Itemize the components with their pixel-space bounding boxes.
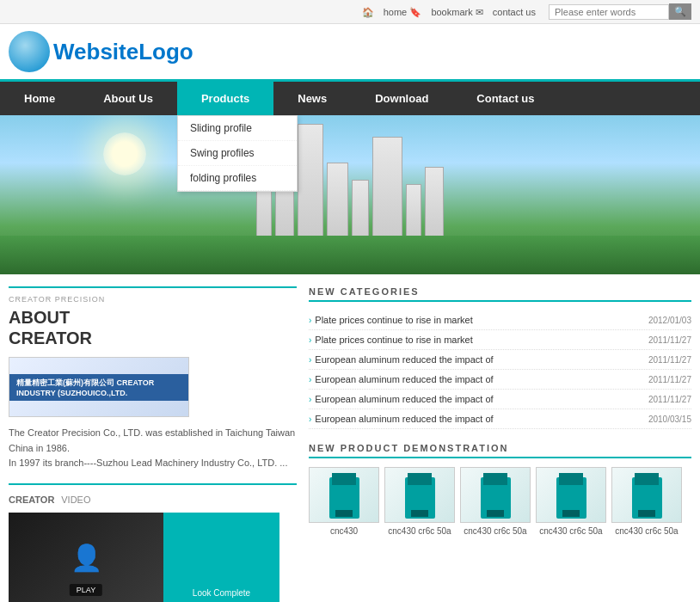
top-contact-link[interactable]: contact us [493, 7, 536, 17]
dropdown-link-sliding[interactable]: Sliding profile [178, 116, 297, 141]
dropdown-item-folding[interactable]: folding profiles [178, 166, 297, 191]
about-title: ABOUT CREATOR [9, 307, 297, 348]
search-input[interactable] [549, 4, 669, 20]
news-item-left: › European aluminum reduced the impact o… [309, 354, 494, 365]
news-arrow-icon: › [309, 335, 311, 345]
play-button[interactable]: PLAY [70, 584, 102, 596]
nav-link-contact[interactable]: Contact us [452, 82, 558, 115]
product-image [536, 467, 606, 523]
news-item[interactable]: › European aluminum reduced the impact o… [309, 350, 691, 370]
product-item[interactable]: cnc430 cr6c 50a [384, 467, 455, 536]
dropdown-item-sliding[interactable]: Sliding profile [178, 116, 297, 141]
product-label: cnc430 cr6c 50a [611, 526, 682, 536]
about-section: CREATOR PRECISION ABOUT CREATOR 精量精密工業(蘇… [9, 286, 297, 471]
bookmark-icon: 🔖 [409, 7, 421, 17]
news-list: › Plate prices continue to rise in marke… [309, 310, 691, 429]
about-image: 精量精密工業(蘇州)有限公司 CREATOR INDUSTRY (SUZHOUI… [9, 357, 189, 417]
news-arrow-icon: › [309, 415, 311, 424]
video-right-panel: Look Complete [163, 513, 279, 602]
nav-link-about[interactable]: About Us [79, 82, 177, 115]
product-image [309, 467, 379, 523]
nav-item-products[interactable]: Products Sliding profile Swing profiles … [177, 82, 273, 115]
dropdown-item-swing[interactable]: Swing profiles [178, 141, 297, 166]
news-item-left: › Plate prices continue to rise in marke… [309, 315, 473, 325]
logo-logo: Logo [138, 39, 193, 64]
product-label: cnc430 cr6c 50a [536, 526, 606, 536]
logo-website: Website [53, 39, 138, 64]
about-company-text: 精量精密工業(蘇州)有限公司 CREATOR INDUSTRY (SUZHOUI… [9, 374, 188, 401]
news-item-left: › European aluminum reduced the impact o… [309, 374, 494, 384]
product-item[interactable]: cnc430 [309, 467, 379, 536]
video-wrap: 👤 PLAY Look Complete [9, 513, 279, 602]
news-item-left: › European aluminum reduced the impact o… [309, 394, 494, 404]
nav-link-products[interactable]: Products [177, 82, 273, 115]
products-dropdown: Sliding profile Swing profiles folding p… [177, 115, 298, 192]
logo: WebsiteLogo [53, 39, 193, 65]
logo-circle [9, 31, 50, 72]
news-date: 2011/11/27 [648, 335, 691, 345]
building-6 [372, 137, 402, 249]
nav-link-download[interactable]: Download [351, 82, 452, 115]
hero-sun [103, 132, 146, 175]
product-item[interactable]: cnc430 cr6c 50a [611, 467, 682, 536]
new-categories-header: NEW CATEGORIES [309, 286, 691, 302]
top-bar: 🏠 home 🔖 bookmark ✉ contact us 🔍 [0, 0, 700, 24]
video-section: CREATOR VIDEO 👤 PLAY Look Complete [9, 483, 297, 602]
main-content: CREATOR PRECISION ABOUT CREATOR 精量精密工業(蘇… [0, 274, 700, 602]
news-item-link[interactable]: European aluminum reduced the impact of [315, 394, 493, 404]
right-column: NEW CATEGORIES › Plate prices continue t… [309, 286, 691, 602]
building-3 [298, 124, 323, 249]
nav-item-about[interactable]: About Us [79, 82, 177, 115]
top-bookmark-link[interactable]: bookmark [431, 7, 472, 17]
news-date: 2011/11/27 [648, 355, 691, 365]
top-home-link[interactable]: home [384, 7, 408, 17]
news-item-link[interactable]: Plate prices continue to rise in market [315, 335, 472, 345]
search-button[interactable]: 🔍 [669, 3, 691, 20]
video-title: CREATOR VIDEO [9, 492, 297, 506]
news-date: 2011/11/27 [648, 395, 691, 404]
news-item-link[interactable]: European aluminum reduced the impact of [315, 414, 493, 424]
nav-item-download[interactable]: Download [351, 82, 452, 115]
news-item-link[interactable]: European aluminum reduced the impact of [315, 374, 493, 384]
look-complete-link[interactable]: Look Complete [193, 588, 250, 598]
product-item[interactable]: cnc430 cr6c 50a [460, 467, 531, 536]
news-item[interactable]: › European aluminum reduced the impact o… [309, 409, 691, 429]
dropdown-link-folding[interactable]: folding profiles [178, 166, 297, 191]
news-date: 2010/03/15 [648, 415, 691, 424]
creator-precision-label: CREATOR PRECISION [9, 295, 297, 304]
about-description: The Creator Precision Co., LTD. was esta… [9, 426, 297, 471]
hero-banner [0, 115, 700, 274]
video-player[interactable]: 👤 PLAY [9, 513, 163, 602]
nav-item-home[interactable]: Home [0, 82, 79, 115]
news-date: 2011/11/27 [648, 375, 691, 384]
news-item-link[interactable]: Plate prices continue to rise in market [315, 315, 472, 325]
product-label: cnc430 cr6c 50a [460, 526, 531, 536]
news-arrow-icon: › [309, 316, 311, 325]
products-demo-title: NEW PRODUCT DEMONSTRATION [309, 443, 509, 453]
header: WebsiteLogo [0, 24, 700, 82]
product-image [460, 467, 531, 523]
product-image [384, 467, 455, 523]
dropdown-link-swing[interactable]: Swing profiles [178, 141, 297, 166]
news-item-left: › European aluminum reduced the impact o… [309, 414, 494, 424]
news-arrow-icon: › [309, 355, 311, 365]
news-item[interactable]: › Plate prices continue to rise in marke… [309, 330, 691, 350]
nav-link-news[interactable]: News [273, 82, 351, 115]
product-label: cnc430 [309, 526, 379, 536]
nav-link-home[interactable]: Home [0, 82, 79, 115]
nav-item-contact[interactable]: Contact us [452, 82, 558, 115]
nav-item-news[interactable]: News [273, 82, 351, 115]
news-item[interactable]: › European aluminum reduced the impact o… [309, 390, 691, 409]
news-item[interactable]: › European aluminum reduced the impact o… [309, 370, 691, 390]
hero-trees [0, 236, 700, 274]
search-wrap: 🔍 [549, 3, 691, 20]
new-categories-title: NEW CATEGORIES [309, 286, 420, 297]
video-anime-character: 👤 [71, 543, 102, 573]
news-date: 2012/01/03 [648, 316, 691, 325]
news-item-link[interactable]: European aluminum reduced the impact of [315, 354, 493, 365]
product-image [611, 467, 682, 523]
product-item[interactable]: cnc430 cr6c 50a [536, 467, 606, 536]
left-column: CREATOR PRECISION ABOUT CREATOR 精量精密工業(蘇… [9, 286, 297, 602]
news-arrow-icon: › [309, 375, 311, 384]
news-item[interactable]: › Plate prices continue to rise in marke… [309, 310, 691, 330]
